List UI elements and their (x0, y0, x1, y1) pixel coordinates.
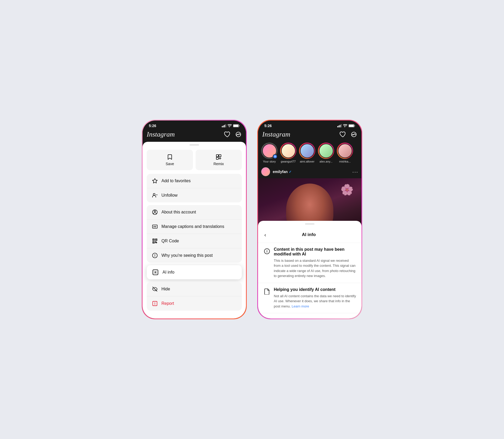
messenger-icon[interactable] (235, 131, 242, 138)
info-circle-icon (152, 253, 158, 258)
ai-section-2-text: Not all AI content contains the data we … (274, 294, 356, 309)
post-header: emilyfan ✓ ··· (258, 165, 361, 178)
ai-section-2-title: Helping you identify AI content (274, 287, 356, 292)
status-icons-right (337, 124, 355, 127)
bottom-sheet-left: Save Remix (143, 142, 246, 318)
hide-item[interactable]: Hide (147, 282, 242, 296)
status-bar-right: 5:26 (258, 121, 361, 129)
story-item-gwangurl77-r[interactable]: gwangurl77 (280, 143, 296, 163)
hide-label: Hide (161, 287, 170, 291)
sheet-action-pair: Save Remix (143, 150, 246, 170)
story-ring-aimi-r (299, 143, 315, 159)
story-label-aimi-r: aimi.allover (300, 160, 314, 163)
qr-code-item[interactable]: QR Code (147, 234, 242, 248)
add-to-favorites-item[interactable]: Add to favorites (147, 174, 242, 188)
story-item-aimi-r[interactable]: aimi.allover (299, 143, 315, 163)
why-seeing-item[interactable]: Why you're seeing this post (147, 248, 242, 263)
story-item-your-story-r[interactable]: + Your story (261, 143, 277, 163)
story-avatar-alex-r (319, 144, 333, 158)
story-label-gwangurl77-r: gwangurl77 (281, 160, 296, 163)
heart-icon-right[interactable] (339, 131, 346, 138)
messenger-icon-right[interactable] (350, 131, 357, 138)
manage-captions-item[interactable]: Manage captions and translations (147, 219, 242, 234)
save-icon (167, 154, 173, 160)
ig-logo-left: Instagram (147, 130, 175, 138)
hide-icon (152, 286, 158, 292)
story-avatar-mishka-r (338, 144, 352, 158)
signal-icon (222, 124, 226, 127)
ai-section-1-text: This is based on a standard AI signal we… (274, 258, 356, 279)
report-item[interactable]: Report (147, 296, 242, 311)
svg-rect-21 (156, 239, 157, 240)
add-to-favorites-label: Add to favorites (161, 179, 191, 183)
phone-left: 5:26 (142, 120, 247, 319)
unfollow-label: Unfollow (161, 193, 177, 198)
svg-rect-9 (219, 155, 221, 157)
svg-point-30 (155, 304, 155, 305)
learn-more-link[interactable]: Learn more (292, 304, 309, 308)
ig-header-icons-left (224, 131, 242, 138)
more-options-button[interactable]: ··· (352, 169, 358, 175)
time-left: 5:26 (149, 124, 156, 128)
phone-left-inner: 5:26 (143, 121, 246, 318)
unfollow-item[interactable]: Unfollow (147, 188, 242, 202)
sheet-group-1: Add to favorites Unfollow (147, 174, 242, 202)
ai-section-1-content: Content in this post may have been modif… (274, 247, 356, 279)
ai-section-1-title: Content in this post may have been modif… (274, 247, 356, 257)
story-avatar-gwangurl77-r (281, 144, 296, 158)
svg-rect-20 (153, 239, 154, 240)
stories-row-right: + Your story gwangurl77 aimi.allover (258, 140, 361, 165)
post-username: emilyfan ✓ (273, 170, 292, 174)
story-item-alex-r[interactable]: alex.any... (318, 143, 334, 163)
story-avatar-aimi-r (300, 144, 314, 158)
unfollow-icon (152, 192, 158, 198)
svg-point-12 (153, 194, 155, 195)
sheet-group-2: About this account Manage captions and t… (147, 205, 242, 263)
story-ring-alex-r (318, 143, 334, 159)
star-icon (152, 178, 158, 184)
ai-back-button[interactable]: ‹ (262, 231, 268, 239)
svg-rect-2 (224, 125, 225, 128)
svg-point-15 (154, 211, 156, 212)
add-story-plus-r: + (273, 154, 277, 159)
ai-sparkle-icon (152, 269, 159, 276)
about-account-label: About this account (161, 210, 196, 215)
save-button[interactable]: Save (147, 150, 193, 170)
ai-info-sheet: ‹ AI info Content (258, 221, 361, 319)
remix-label: Remix (213, 162, 224, 166)
qr-icon (152, 238, 158, 244)
ig-header-right: Instagram (258, 129, 361, 140)
verified-badge: ✓ (289, 170, 292, 174)
flower-decoration: 🌸 (340, 184, 354, 196)
save-label: Save (166, 162, 174, 166)
svg-rect-22 (153, 242, 154, 243)
cc-icon (152, 224, 158, 229)
svg-rect-0 (222, 126, 223, 127)
status-icons-left (222, 124, 240, 127)
report-label: Report (161, 301, 174, 306)
time-right: 5:26 (264, 124, 272, 128)
svg-rect-36 (349, 125, 354, 127)
ai-section-1: Content in this post may have been modif… (258, 243, 361, 283)
phone-right: 5:26 (257, 120, 362, 319)
svg-rect-1 (223, 126, 224, 127)
phone-right-inner: 5:26 (258, 121, 361, 318)
story-label-your-story-r: Your story (263, 160, 276, 163)
qr-code-label: QR Code (161, 239, 179, 243)
heart-icon[interactable] (224, 131, 231, 138)
wifi-icon-right (343, 124, 347, 127)
story-label-alex-r: alex.any... (319, 160, 332, 163)
about-account-item[interactable]: About this account (147, 205, 242, 219)
username-text: emilyfan (273, 170, 288, 174)
svg-rect-16 (153, 225, 157, 228)
story-item-mishka-r[interactable]: mishka... (337, 143, 353, 163)
ai-info-circle-icon (263, 248, 271, 255)
svg-rect-32 (339, 126, 339, 127)
why-seeing-label: Why you're seeing this post (161, 253, 213, 258)
manage-captions-label: Manage captions and translations (161, 224, 224, 229)
ai-info-label: AI info (162, 270, 174, 275)
remix-button[interactable]: Remix (196, 150, 242, 170)
report-icon (152, 301, 158, 306)
svg-rect-6 (239, 125, 240, 126)
ai-info-highlight[interactable]: AI info (147, 265, 242, 279)
